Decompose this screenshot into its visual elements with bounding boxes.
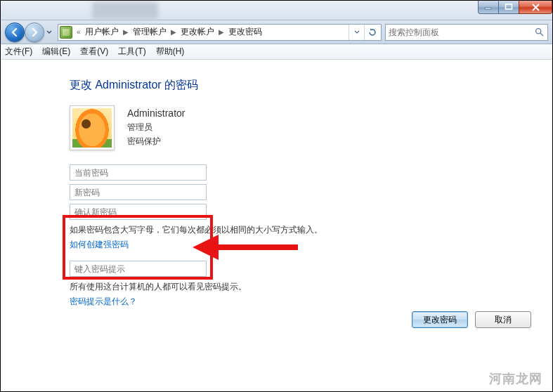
nav-buttons — [5, 22, 54, 42]
menu-edit[interactable]: 编辑(E) — [42, 46, 70, 58]
minimize-icon — [484, 4, 493, 11]
chevron-right-icon: ▶ — [122, 28, 130, 36]
case-sensitivity-hint: 如果密码包含大写字母，它们每次都必须以相同的大小写方式输入。 — [70, 224, 552, 236]
nav-history-dropdown[interactable] — [44, 25, 54, 40]
hint-visibility-note: 所有使用这台计算机的人都可以看见密码提示。 — [70, 281, 552, 293]
confirm-password-field[interactable] — [70, 204, 207, 220]
crumb-sep: « — [75, 28, 82, 36]
password-hint-field[interactable] — [70, 261, 207, 277]
control-panel-icon — [60, 26, 72, 39]
user-block: Administrator 管理员 密码保护 — [70, 105, 552, 150]
content-area: 更改 Administrator 的密码 Administrator 管理员 密… — [1, 60, 552, 391]
close-button[interactable] — [519, 1, 552, 14]
menu-help[interactable]: 帮助(H) — [156, 46, 185, 58]
page-title: 更改 Administrator 的密码 — [70, 78, 552, 93]
back-button[interactable] — [5, 22, 25, 42]
current-password-field[interactable] — [70, 164, 207, 181]
svg-rect-1 — [506, 4, 512, 9]
chevron-down-icon — [354, 30, 360, 34]
svg-rect-0 — [485, 8, 491, 9]
maximize-button[interactable] — [498, 1, 519, 14]
change-password-button[interactable]: 更改密码 — [412, 311, 468, 328]
arrow-right-icon — [30, 27, 39, 37]
search-box[interactable] — [385, 24, 548, 41]
password-fields — [70, 164, 207, 220]
new-password-field[interactable] — [70, 184, 207, 200]
menu-tools[interactable]: 工具(T) — [118, 46, 145, 58]
refresh-button[interactable] — [364, 25, 379, 40]
watermark: 河南龙网 — [489, 370, 542, 387]
user-name: Administrator — [127, 105, 185, 121]
menu-bar: 文件(F) 编辑(E) 查看(V) 工具(T) 帮助(H) — [1, 44, 552, 60]
breadcrumb-item[interactable]: 管理帐户 — [130, 26, 169, 38]
address-dropdown[interactable] — [349, 25, 364, 40]
user-role: 管理员 — [127, 121, 185, 134]
user-protection: 密码保护 — [127, 135, 185, 148]
button-row: 更改密码 取消 — [412, 311, 531, 328]
maximize-icon — [505, 4, 513, 11]
menu-file[interactable]: 文件(F) — [5, 46, 32, 58]
strong-password-link[interactable]: 如何创建强密码 — [70, 239, 552, 251]
search-input[interactable] — [389, 27, 533, 37]
address-bar[interactable]: « 用户帐户 ▶ 管理帐户 ▶ 更改帐户 ▶ 更改密码 — [58, 24, 382, 41]
avatar-frame — [70, 105, 115, 150]
search-icon[interactable] — [533, 27, 545, 37]
what-is-hint-link[interactable]: 密码提示是什么？ — [70, 296, 552, 308]
cancel-button[interactable]: 取消 — [475, 311, 531, 328]
svg-point-2 — [535, 29, 540, 34]
window-controls — [479, 1, 552, 15]
window-titlebar — [1, 1, 552, 20]
breadcrumb-item[interactable]: 更改密码 — [226, 26, 265, 38]
close-icon — [531, 4, 540, 11]
refresh-icon — [367, 27, 377, 37]
svg-line-3 — [540, 33, 543, 36]
minimize-button[interactable] — [478, 1, 499, 14]
title-blur — [92, 2, 158, 19]
menu-view[interactable]: 查看(V) — [80, 46, 108, 58]
avatar — [72, 108, 112, 148]
forward-button[interactable] — [25, 22, 44, 42]
breadcrumb-item[interactable]: 用户帐户 — [82, 26, 122, 38]
chevron-right-icon: ▶ — [217, 28, 226, 36]
chevron-down-icon — [46, 30, 52, 34]
nav-row: « 用户帐户 ▶ 管理帐户 ▶ 更改帐户 ▶ 更改密码 — [1, 20, 552, 44]
breadcrumb-item[interactable]: 更改帐户 — [178, 26, 217, 38]
arrow-left-icon — [10, 27, 20, 37]
user-info: Administrator 管理员 密码保护 — [127, 105, 185, 148]
chevron-right-icon: ▶ — [169, 28, 178, 36]
